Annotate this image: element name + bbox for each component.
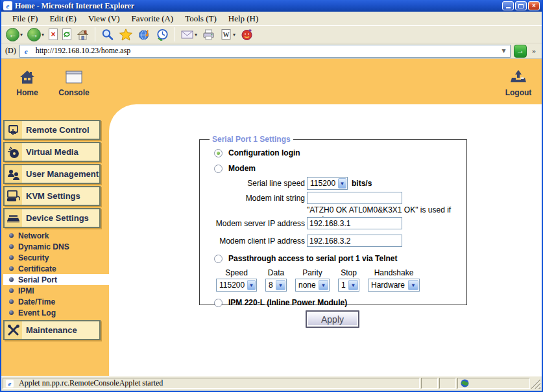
messenger-button[interactable] (238, 27, 256, 43)
forward-dropdown-icon[interactable]: ▾ (42, 32, 44, 38)
go-button[interactable]: → (514, 45, 527, 58)
banner-console-button[interactable]: Console (56, 69, 92, 97)
back-icon: ← (6, 28, 19, 41)
parity-select[interactable]: none ▼ (295, 279, 330, 292)
stop-button[interactable]: × (47, 27, 60, 43)
maximize-button[interactable] (515, 1, 527, 10)
mail-dropdown-icon[interactable]: ▾ (195, 32, 197, 38)
edit-word-icon: W (220, 28, 232, 41)
modem-client-ip-label: Modem client IP address (206, 236, 305, 246)
speed-select[interactable]: 115200 ▼ (216, 279, 257, 292)
close-button[interactable]: × (528, 1, 540, 10)
minimize-button[interactable] (502, 1, 514, 10)
chevron-down-icon: ▼ (247, 280, 256, 290)
refresh-button[interactable] (60, 27, 73, 43)
passthrough-label: Passthrough access to serial port 1 via … (228, 254, 398, 263)
menu-help[interactable]: Help (H) (223, 12, 265, 25)
sidebar-item-device-settings[interactable]: Device Settings (3, 208, 101, 228)
ipm-radio[interactable] (214, 299, 223, 307)
option-configuration-login[interactable]: Configuration login (214, 148, 460, 158)
home-icon (76, 28, 90, 41)
sidebar-item-label: Virtual Media (22, 143, 78, 161)
serial-line-speed-select[interactable]: 115200 ▼ (307, 177, 348, 190)
back-dropdown-icon[interactable]: ▾ (20, 32, 23, 38)
forward-button[interactable]: → ▾ (25, 27, 46, 43)
mail-button[interactable]: ▾ (178, 27, 199, 43)
address-url[interactable]: http://192.168.10.23/home.asp (36, 46, 496, 56)
address-label: (D) (5, 46, 16, 56)
toolbar-separator (175, 27, 175, 41)
banner-home-button[interactable]: Home (12, 69, 43, 97)
sidebar-subitem-network[interactable]: Network (3, 230, 109, 241)
edit-with-word-button[interactable]: W ▾ (218, 27, 237, 43)
data-bits-select[interactable]: 8 ▼ (265, 279, 287, 292)
go-arrow-icon: → (516, 46, 524, 56)
option-modem[interactable]: Modem (214, 163, 460, 174)
apply-button[interactable]: Apply (306, 310, 359, 328)
serial-line-speed-row: Serial line speed 115200 ▼ bits/s (206, 177, 460, 190)
modem-radio[interactable] (214, 165, 223, 173)
favorites-star-icon (119, 28, 133, 41)
menu-tools[interactable]: Tools (T) (179, 12, 223, 25)
modem-init-string-input[interactable] (307, 192, 402, 204)
banner-logout-button[interactable]: Logout (501, 69, 535, 97)
sidebar-item-maintenance[interactable]: Maintenance (3, 320, 101, 340)
parity-header: Parity (295, 268, 330, 277)
speed-header: Speed (216, 268, 257, 277)
favorites-button[interactable] (117, 27, 135, 43)
home-banner-icon (19, 69, 36, 85)
address-dropdown-icon[interactable]: ▾ (499, 46, 509, 56)
banner-logout-label: Logout (505, 88, 532, 97)
media-button[interactable] (136, 27, 153, 43)
passthrough-radio[interactable] (214, 255, 223, 263)
sidebar-item-kvm-settings[interactable]: KVM Settings (3, 186, 101, 206)
sidebar-subitem-event-log[interactable]: Event Log (3, 307, 109, 318)
chevron-down-icon: ▼ (276, 280, 285, 290)
modem-server-ip-row: Modem server IP address (206, 217, 460, 229)
modem-client-ip-input[interactable] (307, 235, 402, 247)
sidebar-subitem-date-time[interactable]: Date/Time (3, 296, 109, 307)
toolbar-overflow-chevron[interactable]: » (530, 46, 538, 56)
menu-file[interactable]: File (F) (6, 12, 43, 25)
sidebar-subitem-serial-port[interactable]: Serial Port (3, 274, 109, 285)
edit-dropdown-icon[interactable]: ▾ (233, 32, 235, 38)
search-button[interactable] (99, 27, 116, 43)
history-button[interactable] (154, 27, 171, 43)
menu-edit[interactable]: Edit (E) (43, 12, 82, 25)
address-field[interactable]: e http://192.168.10.23/home.asp ▾ (19, 45, 511, 58)
configuration-login-radio[interactable] (214, 149, 223, 157)
back-button[interactable]: ← ▾ (4, 27, 25, 43)
ie-logo-glyph: e (6, 2, 10, 10)
sidebar-subitem-dynamic-dns[interactable]: Dynamic DNS (3, 241, 109, 252)
stop-bits-select[interactable]: 1 ▼ (338, 279, 359, 292)
option-ipm[interactable]: IPM 220-L (Inline Power Module) (214, 297, 460, 308)
sidebar-item-virtual-media[interactable]: Virtual Media (3, 142, 101, 162)
sidebar-item-remote-control[interactable]: Remote Control (3, 120, 101, 140)
resize-grip[interactable] (531, 380, 540, 389)
option-passthrough[interactable]: Passthrough access to serial port 1 via … (214, 253, 460, 264)
modem-server-ip-input[interactable] (307, 217, 402, 229)
search-icon (101, 28, 114, 41)
sidebar-item-label: Device Settings (22, 209, 89, 227)
status-bar: e Applet nn.pp.rc.RemoteConsoleApplet st… (1, 376, 542, 391)
telnet-param-headers: Speed Data bits Parity Stop Bits Handsha… (216, 268, 460, 277)
sidebar-subitem-security[interactable]: Security (3, 252, 109, 263)
sidebar-subitem-ipmi[interactable]: IPMI (3, 285, 109, 296)
print-button[interactable] (200, 27, 217, 43)
chevron-down-icon: ▼ (408, 280, 418, 290)
virtual-media-icon (5, 143, 22, 161)
sidebar-item-user-management[interactable]: User Management (3, 164, 101, 184)
console-icon (65, 69, 83, 85)
subitem-label: Date/Time (18, 297, 55, 306)
menu-favorite[interactable]: Favorite (A) (126, 12, 180, 25)
sidebar-subitem-certificate[interactable]: Certificate (3, 263, 109, 274)
subitem-label: Security (18, 253, 49, 262)
menu-view[interactable]: View (V) (82, 12, 126, 25)
toolbar-separator (95, 27, 95, 41)
subitem-label: IPMI (18, 286, 34, 295)
home-button[interactable] (74, 27, 91, 43)
modem-init-string-label: Modem init string (206, 194, 305, 203)
handshake-select[interactable]: Hardware ▼ (368, 279, 420, 292)
page-icon: e (22, 47, 30, 55)
serial-line-speed-label: Serial line speed (206, 179, 305, 188)
